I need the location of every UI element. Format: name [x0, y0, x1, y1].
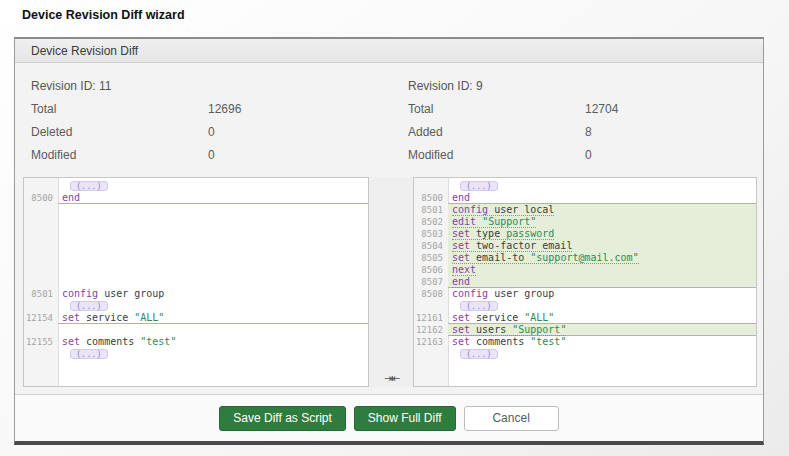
summary-label: Deleted — [23, 121, 208, 144]
collapsed-row: (...) — [24, 348, 368, 360]
collapsed-row: (...) — [24, 180, 368, 192]
diff-line: 12163set comments "test" — [414, 336, 756, 348]
line-content — [58, 240, 368, 252]
right-revision-id: Revision ID: 9 — [400, 75, 760, 98]
sync-scroll-icon[interactable]: ⇥⇤ — [369, 372, 413, 385]
summary-value: 12704 — [585, 98, 760, 121]
line-content: set comments "test" — [58, 336, 368, 348]
line-number: 12162 — [414, 324, 448, 336]
collapsed-lines-indicator[interactable]: (...) — [70, 181, 108, 191]
show-full-diff-button[interactable]: Show Full Diff — [354, 406, 456, 431]
line-content — [58, 216, 368, 228]
page-title: Device Revision Diff wizard — [22, 8, 185, 22]
code-text: set service "ALL" — [452, 312, 554, 323]
code-text: set comments "test" — [62, 336, 176, 347]
code-text: set type password — [452, 228, 554, 240]
code-text: set service "ALL" — [62, 312, 164, 323]
line-number: 12154 — [24, 312, 58, 324]
line-content: set email-to "support@mail.com" — [448, 252, 756, 264]
line-number — [24, 300, 58, 312]
line-content: set service "ALL" — [58, 312, 368, 324]
code-text: set two-factor email — [452, 240, 572, 252]
line-content — [58, 252, 368, 264]
spacer-row — [24, 216, 368, 228]
collapsed-lines-indicator[interactable]: (...) — [70, 301, 108, 311]
code-text: set users "Support" — [452, 324, 566, 336]
spacer-row — [24, 276, 368, 288]
collapsed-row: (...) — [414, 300, 756, 312]
spacer-row — [24, 252, 368, 264]
spacer-row — [24, 324, 368, 336]
line-number: 8504 — [414, 240, 448, 252]
code-text: edit "Support" — [452, 216, 536, 228]
dialog-footer: Save Diff as ScriptShow Full DiffCancel — [15, 394, 763, 441]
summary-value: 0 — [208, 121, 369, 144]
line-content — [58, 204, 368, 216]
line-content: end — [448, 276, 756, 288]
collapsed-lines-indicator[interactable]: (...) — [460, 301, 498, 311]
line-number: 12161 — [414, 312, 448, 324]
line-content: set two-factor email — [448, 240, 756, 252]
line-number: 8502 — [414, 216, 448, 228]
line-content — [58, 264, 368, 276]
line-number — [24, 180, 58, 192]
line-number — [24, 264, 58, 276]
code-text: config user group — [452, 288, 554, 299]
line-content: set service "ALL" — [448, 312, 756, 324]
left-summary-row: Deleted0 — [23, 121, 369, 144]
summary-label: Added — [400, 121, 585, 144]
summary-value: 8 — [585, 121, 760, 144]
diff-line: 8501config user local — [414, 204, 756, 216]
right-summary-row: Added8 — [400, 121, 760, 144]
right-revision-summary: Revision ID: 9 Total12704Added8Modified0 — [400, 75, 760, 167]
diff-line: 8500end — [24, 192, 368, 204]
line-content: (...) — [58, 300, 368, 312]
line-content: set comments "test" — [448, 336, 756, 348]
device-revision-diff-dialog: Device Revision Diff Revision ID: 11 Tot… — [14, 37, 764, 445]
line-number — [414, 180, 448, 192]
spacer-row — [24, 240, 368, 252]
collapsed-lines-indicator[interactable]: (...) — [460, 181, 498, 191]
collapsed-row: (...) — [414, 348, 756, 360]
code-text: end — [62, 192, 80, 203]
code-text: next — [452, 264, 476, 276]
line-number: 8500 — [24, 192, 58, 204]
diff-line: 12161set service "ALL" — [414, 312, 756, 324]
collapsed-lines-indicator[interactable]: (...) — [70, 349, 108, 359]
summary-label: Modified — [23, 144, 208, 167]
line-number: 8503 — [414, 228, 448, 240]
line-number: 8507 — [414, 276, 448, 288]
line-number: 12163 — [414, 336, 448, 348]
left-revision-id: Revision ID: 11 — [23, 75, 369, 98]
code-text: config user group — [62, 288, 164, 299]
spacer-row — [24, 264, 368, 276]
code-text: end — [452, 192, 470, 203]
right-summary-row: Total12704 — [400, 98, 760, 121]
collapsed-row: (...) — [414, 180, 756, 192]
save-diff-as-script-button[interactable]: Save Diff as Script — [219, 406, 345, 431]
diff-line: 12162set users "Support" — [414, 324, 756, 336]
diff-line: 8501config user group — [24, 288, 368, 300]
line-number: 8501 — [24, 288, 58, 300]
summary-label: Modified — [400, 144, 585, 167]
spacer-row — [24, 228, 368, 240]
diff-line: 12154set service "ALL" — [24, 312, 368, 324]
line-content: end — [58, 192, 368, 204]
summary-value: 0 — [585, 144, 760, 167]
code-text: config user local — [452, 204, 554, 216]
diff-pane-right[interactable]: (...)8500end8501config user local8502edi… — [413, 177, 757, 387]
diff-pane-left[interactable]: (...)8500end8501config user group(...)12… — [23, 177, 369, 387]
diff-line: 12155set comments "test" — [24, 336, 368, 348]
line-content — [58, 228, 368, 240]
code-text: set email-to "support@mail.com" — [452, 252, 639, 264]
line-number — [24, 240, 58, 252]
dialog-title: Device Revision Diff — [31, 44, 138, 58]
line-content: (...) — [448, 348, 756, 360]
cancel-button[interactable]: Cancel — [464, 406, 559, 431]
line-content: next — [448, 264, 756, 276]
line-number — [24, 348, 58, 360]
collapsed-lines-indicator[interactable]: (...) — [460, 349, 498, 359]
summary-label: Total — [400, 98, 585, 121]
diff-line: 8505set email-to "support@mail.com" — [414, 252, 756, 264]
line-number: 8508 — [414, 288, 448, 300]
